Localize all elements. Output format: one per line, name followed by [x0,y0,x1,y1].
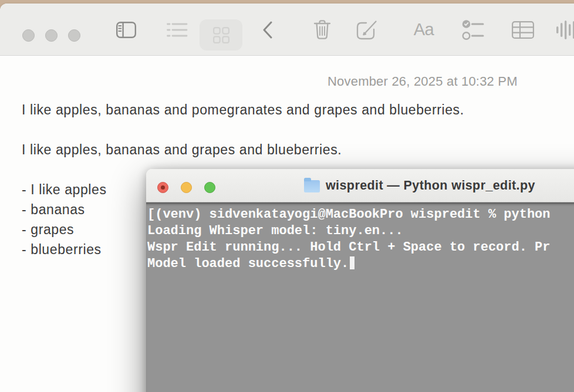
trash-icon [313,19,331,40]
back-button[interactable] [257,4,278,56]
terminal-cursor [350,256,354,269]
toggle-sidebar-button[interactable] [115,4,137,56]
table-icon [512,21,534,39]
audio-waveform-icon [554,20,574,40]
term-line: Model loaded successfully. [147,256,574,272]
note-line [22,120,464,140]
terminal-titlebar[interactable]: wispredit — Python wispr_edit.py [146,169,574,202]
terminal-minimize-button[interactable] [181,182,192,193]
minimize-button[interactable] [45,29,58,42]
gallery-view-icon [213,27,229,43]
term-line: Loading Whisper model: tiny.en... [147,223,574,239]
table-button[interactable] [511,4,535,56]
format-icon: Aa [414,20,434,39]
terminal-title-group: wispredit — Python wispr_edit.py [304,169,535,202]
audio-button[interactable] [554,4,574,56]
new-note-button[interactable] [356,4,378,56]
delete-note-button[interactable] [311,4,333,56]
list-view-button[interactable] [166,4,188,56]
format-button[interactable]: Aa [411,4,437,56]
terminal-zoom-button[interactable] [204,182,215,193]
terminal-window: wispredit — Python wispr_edit.py [(venv)… [146,169,574,392]
term-line: [(venv) sidvenkatayogi@MacBookPro wispre… [147,207,574,223]
term-line: Wspr Edit running... Hold Ctrl + Space t… [147,239,574,256]
note-line: I like apples, bananas and grapes and bl… [22,140,464,160]
terminal-close-button[interactable] [157,182,168,193]
checklist-icon [462,19,485,40]
terminal-title: wispredit — Python wispr_edit.py [326,178,535,193]
back-chevron-icon [262,21,273,39]
notes-toolbar: Aa [0,4,574,56]
checklist-button[interactable] [461,4,486,56]
note-date: November 26, 2025 at 10:32 PM [327,74,518,89]
list-view-icon [167,22,188,38]
terminal-output: [(venv) sidvenkatayogi@MacBookPro wispre… [146,202,574,276]
note-line: I like apples, bananas and pomegranates … [22,100,464,120]
close-button[interactable] [22,29,35,42]
terminal-body[interactable]: [(venv) sidvenkatayogi@MacBookPro wispre… [146,202,574,392]
compose-icon [356,20,378,40]
gallery-view-button[interactable] [200,19,242,50]
sidebar-icon [116,22,136,38]
desktop: Aa [0,0,574,392]
zoom-button[interactable] [68,29,80,42]
folder-icon [304,180,320,192]
